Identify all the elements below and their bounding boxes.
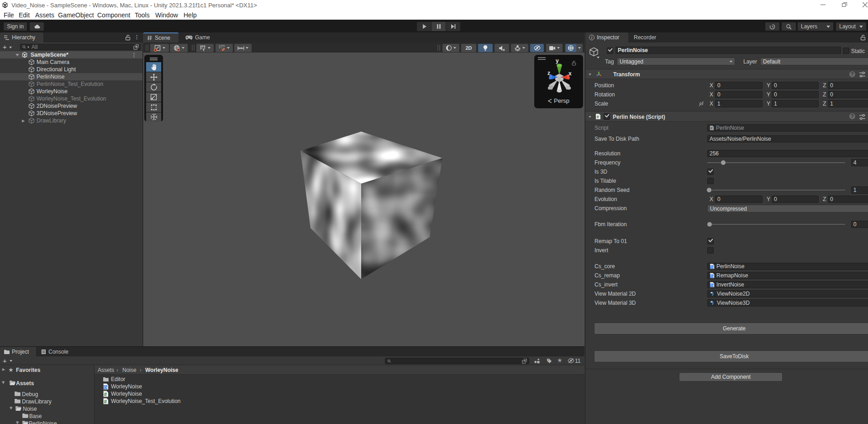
svg-text:#: # [596,114,599,119]
svg-text:Cs: Cs [104,386,108,389]
svg-text:#: # [104,392,107,397]
svg-text:#: # [710,126,713,130]
svg-text:Cs: Cs [710,275,714,277]
svg-text:Cs: Cs [710,265,714,268]
svg-text:Cs: Cs [710,284,714,286]
svg-text:#: # [104,399,107,404]
